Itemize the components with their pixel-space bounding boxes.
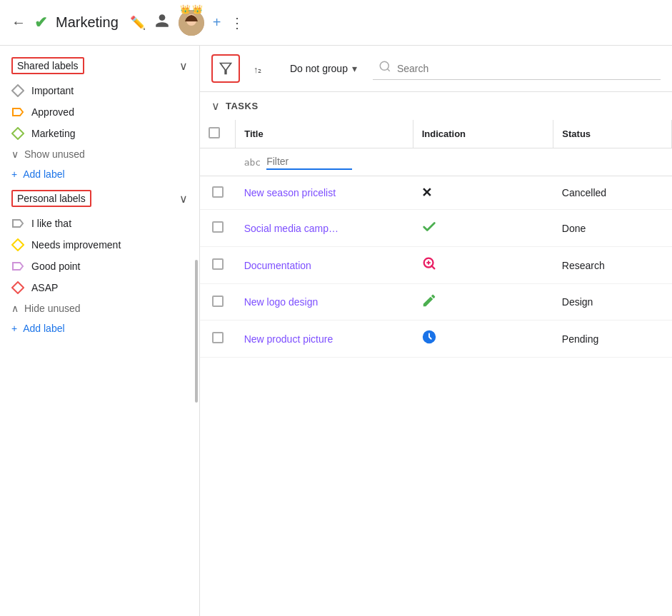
task-status-cell-3: Research (553, 247, 672, 284)
group-label: Do not group (290, 63, 348, 74)
task-checkbox-1[interactable] (212, 186, 224, 198)
research-icon (421, 256, 437, 275)
status-text-1: Cancelled (562, 187, 606, 198)
label-name-approved: Approved (31, 106, 172, 118)
show-unused-toggle[interactable]: ∨ Show unused (0, 144, 199, 164)
add-personal-label-button[interactable]: + Add label (0, 318, 199, 338)
task-checkbox-5[interactable] (212, 332, 224, 343)
filter-cell: abc (244, 154, 663, 170)
search-icon (378, 60, 391, 76)
shared-labels-header[interactable]: Shared labels ∨ (0, 51, 199, 80)
filter-abc-icon: abc (244, 157, 261, 168)
label-item-i-like-that[interactable]: I like that ✏ (0, 213, 199, 234)
task-status-cell-2: Done (553, 210, 672, 247)
label-item-needs-improvement[interactable]: Needs improvement ✏ (0, 234, 199, 256)
status-text-5: Pending (562, 333, 598, 345)
label-name-important: Important (31, 85, 172, 96)
row-select-2 (200, 210, 236, 247)
group-chevron: ▾ (352, 63, 357, 74)
task-indication-cell-3 (413, 247, 553, 284)
task-title-1[interactable]: New season pricelist (244, 187, 336, 198)
main-content: ↑₂ Do not group ▾ ∨ TASKS (200, 46, 672, 616)
task-checkbox-2[interactable] (212, 221, 224, 233)
tasks-chevron[interactable]: ∨ (211, 99, 220, 113)
status-content-5: Pending (562, 333, 663, 345)
more-icon[interactable]: ⋮ (230, 14, 244, 31)
pending-icon (421, 329, 437, 348)
col-select (200, 120, 236, 148)
approved-icon (11, 106, 24, 118)
label-name-i-like-that: I like that (31, 218, 172, 229)
task-status-cell-5: Pending (553, 320, 672, 358)
select-all-checkbox[interactable] (209, 127, 220, 138)
task-title-5[interactable]: New product picture (244, 333, 334, 345)
hide-unused-label: Hide unused (24, 303, 81, 314)
toolbar: ↑₂ Do not group ▾ (200, 46, 672, 92)
filter-cell-container: abc (236, 148, 672, 176)
label-item-good-point[interactable]: Good point ✏ (0, 256, 199, 277)
row-select-1 (200, 176, 236, 210)
task-status-cell-4: Design (553, 284, 672, 320)
label-item-important[interactable]: Important ✏ (0, 80, 199, 101)
status-content-3: Research (562, 260, 663, 271)
edit-icon[interactable]: ✏️ (130, 15, 146, 31)
task-status-cell-1: Cancelled (553, 176, 672, 210)
header-actions: ✏️ 👑 👑 + ⋮ (130, 10, 244, 36)
hide-unused-toggle[interactable]: ∧ Hide unused (0, 298, 199, 318)
row-select-3 (200, 247, 236, 284)
done-icon (421, 218, 437, 238)
sidebar: Shared labels ∨ Important ✏ Approved ✏ M… (0, 46, 200, 616)
task-title-cell-2: Social media camp… (236, 210, 413, 247)
good-point-icon (11, 260, 24, 273)
app-header: ← ✔ Marketing ✏️ 👑 👑 + ⋮ (0, 0, 672, 46)
add-personal-label-text: Add label (23, 323, 64, 334)
main-layout: Shared labels ∨ Important ✏ Approved ✏ M… (0, 46, 672, 616)
col-status: Status (553, 120, 672, 148)
svg-marker-4 (221, 64, 231, 74)
status-text-4: Design (562, 296, 593, 308)
important-icon (11, 84, 24, 97)
asap-icon (11, 281, 24, 294)
task-table: Title Indication Status abc (200, 120, 672, 358)
table-row: Documentation (200, 247, 672, 284)
label-name-asap: ASAP (31, 282, 172, 293)
add-shared-label-text: Add label (23, 168, 64, 180)
tasks-area: ∨ TASKS Title Indication Status (200, 92, 672, 616)
sidebar-scrollbar[interactable] (195, 260, 198, 403)
add-icon[interactable]: + (213, 14, 221, 31)
personal-labels-title: Personal labels (11, 190, 91, 207)
tasks-section-header: ∨ TASKS (200, 92, 672, 120)
show-unused-label: Show unused (24, 148, 85, 160)
app-title: Marketing (56, 14, 119, 31)
task-title-cell-1: New season pricelist (236, 176, 413, 210)
label-item-marketing[interactable]: Marketing ✏ (0, 123, 199, 144)
task-title-3[interactable]: Documentation (244, 260, 311, 271)
tasks-section-label: TASKS (226, 101, 259, 111)
svg-line-9 (431, 266, 434, 268)
filter-select-cell (200, 148, 236, 176)
label-item-asap[interactable]: ASAP ✏ (0, 277, 199, 298)
status-content-1: Cancelled (562, 187, 663, 198)
back-button[interactable]: ← (11, 14, 26, 31)
table-row: Social media camp… (200, 210, 672, 247)
add-shared-label-button[interactable]: + Add label (0, 164, 199, 184)
person-icon[interactable] (154, 13, 170, 32)
marketing-icon (11, 127, 24, 140)
table-row: New product picture (200, 320, 672, 358)
shared-labels-chevron: ∨ (179, 59, 188, 73)
label-item-approved[interactable]: Approved ✏ (0, 101, 199, 123)
group-button[interactable]: Do not group ▾ (283, 59, 364, 79)
filter-button[interactable] (211, 54, 240, 83)
search-input[interactable] (397, 63, 655, 74)
task-title-4[interactable]: New logo design (244, 296, 319, 308)
sort-button[interactable]: ↑₂ (249, 56, 274, 81)
filter-input[interactable] (266, 154, 352, 170)
task-title-2[interactable]: Social media camp… (244, 223, 338, 234)
label-name-good-point: Good point (31, 261, 172, 272)
task-checkbox-4[interactable] (212, 296, 224, 307)
status-content-4: Design (562, 296, 663, 308)
task-indication-cell-5 (413, 320, 553, 358)
personal-labels-header[interactable]: Personal labels ∨ (0, 184, 199, 213)
status-content-2: Done (562, 223, 663, 234)
task-checkbox-3[interactable] (212, 258, 224, 270)
